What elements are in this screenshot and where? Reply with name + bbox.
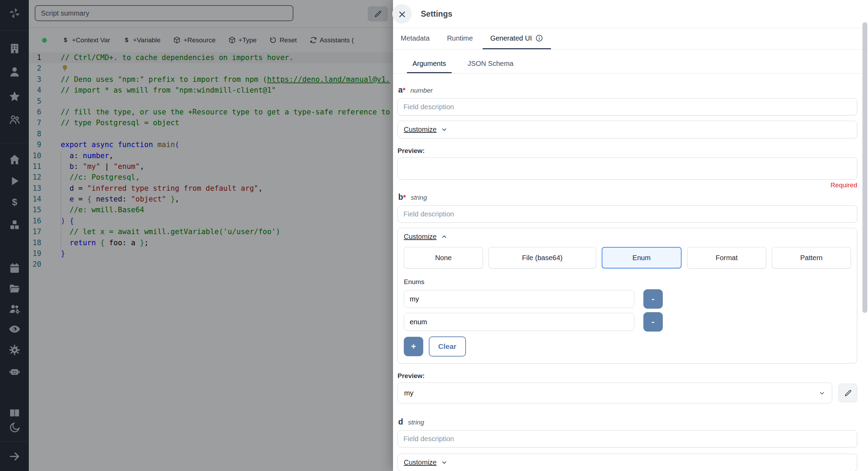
option-format-button[interactable]: Format (687, 247, 766, 268)
enum-value-input[interactable] (404, 313, 634, 331)
edit-preview-button[interactable] (838, 384, 857, 402)
clear-enums-button[interactable]: Clear (429, 336, 466, 357)
drawer-backdrop[interactable] (0, 0, 393, 471)
field-a-name: a (398, 85, 403, 95)
subtab-json-schema[interactable]: JSON Schema (462, 55, 519, 73)
chevron-down-icon (818, 389, 826, 397)
settings-header: × Settings (393, 0, 868, 28)
add-enum-button[interactable]: + (404, 337, 423, 356)
customize-label: Customize (404, 233, 436, 241)
option-pattern-button[interactable]: Pattern (772, 247, 851, 268)
settings-drawer: × Settings Metadata Runtime Generated UI… (393, 0, 868, 471)
settings-title: Settings (421, 9, 452, 19)
generated-ui-subtabs: Arguments JSON Schema (393, 55, 862, 74)
field-a-customize-box: Customize (398, 121, 857, 138)
pencil-icon (844, 389, 852, 397)
enum-actions: + Clear (404, 336, 851, 359)
field-a-description-input[interactable] (398, 98, 857, 115)
field-b-label: b* string (398, 192, 857, 202)
close-button[interactable]: × (392, 4, 412, 24)
chevron-down-icon (441, 459, 448, 466)
field-d-description-input[interactable] (398, 430, 857, 447)
field-b-preview-select[interactable]: my (398, 383, 832, 403)
field-b-preview-label: Preview: (398, 372, 857, 380)
select-value: my (404, 389, 414, 397)
customize-label: Customize (404, 126, 436, 134)
field-b-customize-toggle[interactable]: Customize (404, 233, 448, 241)
remove-enum-button[interactable]: - (643, 312, 663, 332)
settings-content: Arguments JSON Schema a* number Customiz… (393, 49, 862, 471)
field-a-label: a* number (398, 85, 857, 95)
field-b-preview-row: my (398, 383, 857, 403)
enums-label: Enums (404, 278, 851, 286)
field-a-preview-label: Preview: (398, 147, 857, 155)
enum-row: - (404, 289, 851, 309)
field-b-customize-box: Customize NoneFile (base64)EnumFormatPat… (398, 228, 857, 363)
panel-scrollbar-thumb[interactable] (862, 22, 867, 313)
enum-value-input[interactable] (404, 290, 634, 308)
enum-row: - (404, 312, 851, 332)
field-a-required-error: Required (398, 181, 857, 189)
field-a-customize-toggle[interactable]: Customize (404, 126, 448, 134)
option-none-button[interactable]: None (404, 247, 483, 268)
field-b-name: b (398, 192, 403, 202)
option-file-base64-button[interactable]: File (base64) (489, 247, 596, 268)
field-b-description-input[interactable] (398, 205, 857, 223)
field-d-label: d string (398, 417, 857, 427)
option-enum-button[interactable]: Enum (602, 247, 682, 268)
tab-runtime[interactable]: Runtime (439, 28, 480, 49)
settings-tabs: Metadata Runtime Generated UI (393, 28, 868, 50)
close-icon: × (398, 8, 406, 20)
subtab-arguments[interactable]: Arguments (407, 55, 452, 73)
field-b-type: string (411, 194, 427, 202)
field-a-required-marker: * (403, 86, 406, 94)
remove-enum-button[interactable]: - (643, 289, 663, 309)
field-a-type: number (410, 87, 433, 94)
string-kind-options: NoneFile (base64)EnumFormatPattern (404, 247, 851, 268)
field-d-customize-toggle[interactable]: Customize (404, 459, 448, 466)
customize-label: Customize (404, 459, 436, 466)
field-d-type: string (408, 419, 424, 426)
info-icon (535, 34, 543, 42)
field-d-name: d (398, 417, 403, 427)
tab-generated-ui-label: Generated UI (490, 34, 532, 42)
field-d-customize-box: Customize (398, 454, 857, 471)
field-b-required-marker: * (403, 193, 406, 202)
chevron-down-icon (441, 126, 448, 133)
chevron-up-icon (441, 233, 448, 240)
tab-generated-ui[interactable]: Generated UI (483, 28, 551, 49)
field-a-preview-input[interactable] (398, 157, 857, 180)
tab-metadata[interactable]: Metadata (393, 28, 437, 49)
